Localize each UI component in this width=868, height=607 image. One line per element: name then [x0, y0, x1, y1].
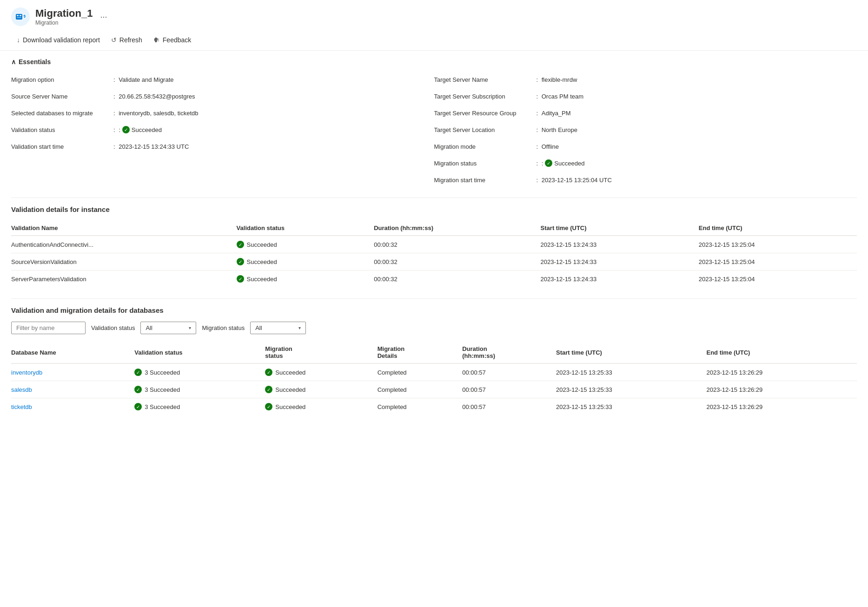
row-val-success-icon: ✓ [134, 386, 142, 393]
validation-start-cell: 2023-12-15 13:24:33 [541, 236, 699, 253]
validation-duration-cell: 00:00:32 [374, 253, 540, 271]
validation-start-cell: 2023-12-15 13:24:33 [541, 271, 699, 288]
row-success-icon: ✓ [237, 275, 244, 283]
page-subtitle: Migration [35, 20, 93, 26]
validation-end-cell: 2023-12-15 13:25:04 [699, 271, 857, 288]
db-name-cell[interactable]: salesdb [11, 381, 134, 398]
validation-success-icon: ✓ [122, 126, 130, 133]
download-report-label: Download validation report [23, 36, 100, 44]
col-header-db-start-time: Start time (UTC) [556, 342, 706, 363]
db-migration-status-cell: ✓ Succeeded [265, 363, 377, 381]
refresh-button[interactable]: ↺ Refresh [106, 33, 148, 46]
essentials-row-migration-mode: Migration mode Offline [434, 140, 857, 153]
db-link[interactable]: salesdb [11, 386, 32, 393]
essentials-value-migration-start: 2023-12-15 13:25:04 UTC [537, 177, 612, 184]
essentials-label-validation-start: Validation start time [11, 143, 113, 150]
essentials-label-validation-status: Validation status [11, 126, 113, 133]
page-header: Migration_1 Migration ··· [0, 0, 868, 30]
validation-status-filter-label: Validation status [91, 324, 135, 331]
essentials-row-databases: Selected databases to migrate inventoryd… [11, 106, 434, 119]
refresh-label: Refresh [119, 36, 142, 44]
essentials-label-target-location: Target Server Location [434, 126, 537, 133]
essentials-row-migration-option: Migration option Validate and Migrate [11, 73, 434, 86]
validation-name-cell: SourceVersionValidation [11, 253, 237, 271]
migration-icon [11, 7, 30, 26]
essentials-label-source-server: Source Server Name [11, 93, 113, 100]
migration-details-title: Validation and migration details for dat… [11, 306, 857, 314]
essentials-toggle[interactable]: ∧ Essentials [11, 58, 857, 66]
essentials-row-target-rg: Target Server Resource Group Aditya_PM [434, 106, 857, 119]
validation-name-cell: AuthenticationAndConnectivi... [11, 236, 237, 253]
row-success-icon: ✓ [237, 241, 244, 248]
essentials-row-migration-status: Migration status : ✓Succeeded [434, 157, 857, 170]
db-name-cell[interactable]: inventorydb [11, 363, 134, 381]
db-migration-status-cell: ✓ Succeeded [265, 398, 377, 416]
validation-status-cell: ✓ Succeeded [237, 271, 374, 288]
essentials-row-validation-start: Validation start time 2023-12-15 13:24:3… [11, 140, 434, 153]
db-validation-status-cell: ✓ 3 Succeeded [134, 381, 265, 398]
more-options-button[interactable]: ··· [100, 12, 107, 22]
essentials-value-target-sub: Orcas PM team [537, 93, 584, 100]
row-success-icon: ✓ [237, 258, 244, 265]
col-header-db-migration-status: Migrationstatus [265, 342, 377, 363]
db-migration-status-cell: ✓ Succeeded [265, 381, 377, 398]
essentials-label-target-name: Target Server Name [434, 76, 537, 83]
svg-rect-3 [20, 15, 21, 16]
row-mig-success-icon: ✓ [265, 403, 272, 410]
feedback-icon: 🗣 [153, 36, 160, 44]
col-header-db-duration: Duration(hh:mm:ss) [462, 342, 556, 363]
filter-by-name-input[interactable] [11, 322, 86, 334]
migration-table-row: inventorydb ✓ 3 Succeeded ✓ Succeeded Co… [11, 363, 857, 381]
row-mig-success-icon: ✓ [265, 369, 272, 376]
essentials-value-target-rg: Aditya_PM [537, 110, 571, 117]
migration-details-table: Database Name Validation status Migratio… [11, 342, 857, 415]
validation-details-table: Validation Name Validation status Durati… [11, 221, 857, 287]
validation-table-row: AuthenticationAndConnectivi... ✓ Succeed… [11, 236, 857, 253]
validation-end-cell: 2023-12-15 13:25:04 [699, 253, 857, 271]
essentials-row-target-name: Target Server Name flexible-mrdw [434, 73, 857, 86]
essentials-label-migration-status: Migration status [434, 160, 537, 167]
db-link[interactable]: inventorydb [11, 369, 42, 376]
migration-table-row: ticketdb ✓ 3 Succeeded ✓ Succeeded Compl… [11, 398, 857, 416]
essentials-row-target-sub: Target Server Subscription Orcas PM team [434, 90, 857, 103]
validation-start-cell: 2023-12-15 13:24:33 [541, 253, 699, 271]
svg-rect-4 [17, 17, 21, 18]
toolbar: ↓ Download validation report ↺ Refresh 🗣… [0, 30, 868, 51]
validation-status-chevron-icon: ▾ [189, 325, 191, 330]
validation-status-filter-value: All [146, 324, 185, 331]
main-content: ∧ Essentials Migration option Validate a… [0, 51, 868, 434]
essentials-label-target-rg: Target Server Resource Group [434, 110, 537, 117]
essentials-value-target-name: flexible-mrdw [537, 76, 577, 83]
row-val-success-icon: ✓ [134, 369, 142, 376]
col-header-validation-status: Validation status [237, 221, 374, 236]
db-name-cell[interactable]: ticketdb [11, 398, 134, 416]
validation-table-row: SourceVersionValidation ✓ Succeeded 00:0… [11, 253, 857, 271]
essentials-value-source-server: 20.66.25.58:5432@postgres [113, 93, 195, 100]
validation-details-title: Validation details for instance [11, 205, 857, 213]
essentials-label: Essentials [19, 58, 51, 66]
col-header-duration: Duration (hh:mm:ss) [374, 221, 540, 236]
essentials-value-validation-start: 2023-12-15 13:24:33 UTC [113, 143, 189, 150]
migration-table-row: salesdb ✓ 3 Succeeded ✓ Succeeded Comple… [11, 381, 857, 398]
validation-status-filter-select[interactable]: All ▾ [140, 322, 196, 334]
essentials-value-migration-option: Validate and Migrate [113, 76, 174, 83]
validation-duration-cell: 00:00:32 [374, 236, 540, 253]
db-start-cell: 2023-12-15 13:25:33 [556, 398, 706, 416]
essentials-value-target-location: North Europe [537, 126, 578, 133]
feedback-label: Feedback [163, 36, 191, 44]
validation-duration-cell: 00:00:32 [374, 271, 540, 288]
refresh-icon: ↺ [111, 36, 117, 44]
migration-status-filter-select[interactable]: All ▾ [250, 322, 306, 334]
section-divider-1 [11, 198, 857, 198]
db-migration-details-cell: Completed [378, 381, 462, 398]
db-migration-details-cell: Completed [378, 363, 462, 381]
db-end-cell: 2023-12-15 13:26:29 [706, 381, 857, 398]
db-link[interactable]: ticketdb [11, 403, 32, 410]
feedback-button[interactable]: 🗣 Feedback [148, 33, 197, 46]
row-val-success-icon: ✓ [134, 403, 142, 410]
essentials-row-migration-start: Migration start time 2023-12-15 13:25:04… [434, 173, 857, 186]
essentials-label-migration-mode: Migration mode [434, 143, 537, 150]
essentials-label-migration-start: Migration start time [434, 177, 537, 184]
download-report-button[interactable]: ↓ Download validation report [11, 33, 106, 46]
migration-status-filter-label: Migration status [202, 324, 245, 331]
